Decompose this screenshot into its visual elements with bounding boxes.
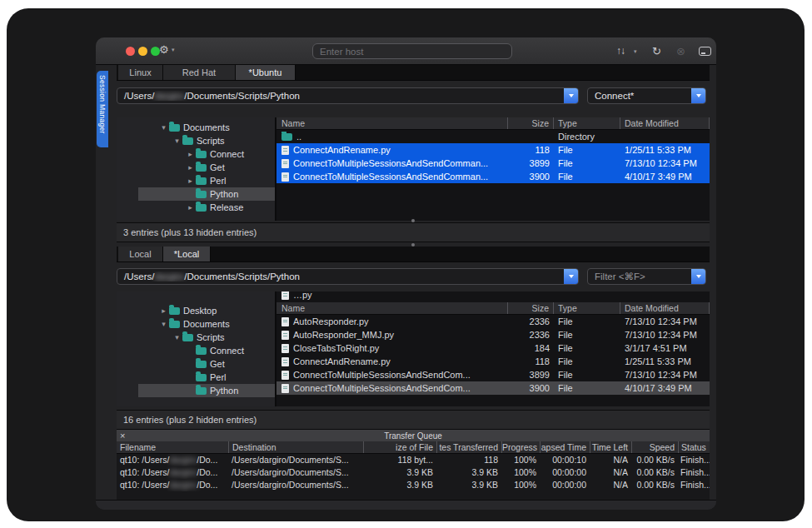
column-header-progress[interactable]: Progress [501, 441, 540, 453]
disclosure-open-icon[interactable] [172, 137, 182, 145]
dropdown-button[interactable] [564, 88, 578, 103]
queue-row[interactable]: qt10: /Users/dargiro/Do... /Users/dargir… [117, 454, 710, 466]
file-date-cell: 7/13/10 12:34 PM [620, 158, 710, 168]
column-header-name[interactable]: Name [276, 302, 508, 314]
file-row[interactable]: ConnectAndRename.py 118 File 1/25/11 5:3… [276, 355, 710, 368]
queue-row[interactable]: qt10: /Users/dargiro/Do... /Users/dargir… [117, 479, 710, 491]
tree-item-release[interactable]: Release [117, 201, 275, 214]
column-header-type[interactable]: Type [554, 117, 620, 129]
column-header-bytes-transferred[interactable]: tes Transferred [436, 441, 501, 453]
refresh-icon[interactable]: ↻ [652, 45, 661, 57]
disclosure-closed-icon[interactable] [158, 306, 169, 315]
disclosure-closed-icon[interactable] [185, 177, 196, 185]
file-size-cell: 3899 [508, 370, 554, 380]
file-row-selected[interactable]: ConnectToMultipleSessionsAndSendComman..… [276, 170, 710, 183]
remote-list-header[interactable]: Name Size Type Date Modified [276, 117, 710, 130]
file-row[interactable]: ConnectToMultipleSessionsAndSendCom... 3… [276, 368, 710, 381]
sort-icon[interactable]: ↑↓ [616, 45, 625, 57]
close-icon[interactable]: × [120, 430, 125, 441]
path-prefix: /Users/ [124, 271, 154, 281]
tree-item-documents[interactable]: Documents [117, 121, 275, 134]
tree-item-perl[interactable]: Perl [117, 174, 275, 187]
local-list-header[interactable]: Name Size Type Date Modified [276, 302, 710, 315]
tab-local-active[interactable]: *Local [163, 247, 211, 262]
tree-item-documents[interactable]: Documents [117, 317, 275, 331]
remote-path-combo[interactable]: /Users/dargiro/Documents/Scripts/Python [117, 87, 579, 104]
column-header-speed[interactable]: Speed [631, 441, 678, 453]
file-row[interactable]: AutoResponder_MMJ.py 2336 File 7/13/10 1… [276, 328, 710, 341]
local-path-combo[interactable]: /Users/dargiro/Documents/Scripts/Python [117, 268, 579, 285]
close-window-button[interactable] [126, 47, 135, 56]
tree-item-connect[interactable]: Connect [117, 147, 275, 161]
tree-item-scripts[interactable]: Scripts [117, 134, 275, 147]
file-type-cell: File [554, 383, 620, 393]
disclosure-closed-icon[interactable] [185, 203, 196, 212]
dropdown-button[interactable] [564, 269, 578, 284]
disclosure-open-icon[interactable] [158, 123, 169, 132]
dropdown-button[interactable] [691, 269, 705, 284]
tab-local[interactable]: Local [118, 247, 163, 262]
column-header-time-left[interactable]: Time Left [590, 441, 631, 453]
file-row[interactable]: CloseTabsToRight.py 184 File 3/1/17 4:51… [276, 341, 710, 355]
clipped-file-row[interactable]: …py [276, 291, 710, 302]
disclosure-closed-icon[interactable] [185, 150, 196, 158]
host-input[interactable] [312, 43, 512, 59]
filter-combo[interactable]: Filter <⌘F> [587, 268, 706, 285]
folder-icon [182, 334, 193, 341]
tree-item-get[interactable]: Get [117, 161, 275, 174]
queue-row[interactable]: qt10: /Users/dargiro/Do... /Users/dargir… [117, 466, 710, 479]
file-row[interactable]: AutoResponder.py 2336 File 7/13/10 12:34… [276, 315, 710, 328]
column-header-name[interactable]: Name [276, 117, 508, 129]
column-header-date-modified[interactable]: Date Modified [620, 117, 710, 129]
folder-icon [169, 307, 180, 315]
transfer-queue-header[interactable]: × Transfer Queue [117, 430, 710, 441]
connect-combo[interactable]: Connect* [587, 87, 706, 104]
queue-time-left-cell: N/A [590, 466, 631, 479]
file-size-cell: 118 [508, 356, 554, 366]
tree-item-desktop[interactable]: Desktop [117, 304, 275, 317]
terminal-icon[interactable] [699, 47, 711, 56]
disclosure-open-icon[interactable] [158, 320, 169, 328]
folder-icon [281, 133, 292, 141]
minimize-window-button[interactable] [138, 47, 147, 56]
tab-red-hat[interactable]: Red Hat [163, 65, 236, 80]
tree-item-python[interactable]: Python [117, 384, 275, 397]
tab-ubuntu[interactable]: *Ubuntu [236, 65, 296, 80]
column-header-type[interactable]: Type [554, 302, 620, 314]
queue-status-cell: Finish... [678, 454, 710, 466]
file-row[interactable]: .. Directory [276, 130, 710, 143]
dropdown-button[interactable] [691, 88, 705, 103]
folder-icon [196, 387, 207, 395]
column-header-size[interactable]: Size [508, 117, 554, 129]
session-manager-tab[interactable]: Session Manager [97, 71, 108, 147]
column-header-destination[interactable]: Destination [228, 441, 363, 453]
tab-linux[interactable]: Linux [118, 65, 163, 80]
tree-item-connect[interactable]: Connect [117, 344, 275, 357]
tree-item-label: Get [210, 359, 225, 369]
tree-item-get[interactable]: Get [117, 357, 275, 371]
local-tab-bar: Local *Local [117, 247, 710, 262]
column-header-size[interactable]: Size [508, 302, 554, 314]
column-header-filename[interactable]: Filename [117, 441, 228, 453]
disclosure-open-icon[interactable] [172, 333, 182, 341]
transfer-queue-columns[interactable]: Filename Destination ize of File tes Tra… [117, 441, 710, 454]
disclosure-closed-icon[interactable] [185, 163, 196, 172]
title-bar[interactable]: ⚙ ▾ ↑↓ ▾ ↻ ⊗ [96, 37, 716, 65]
path-suffix: /Documents/Scripts/Python [184, 271, 300, 281]
tree-item-python[interactable]: Python [117, 187, 275, 201]
file-row-selected[interactable]: ConnectToMultipleSessionsAndSendCom... 3… [276, 381, 710, 395]
column-header-status[interactable]: Status [678, 441, 710, 453]
tree-item-perl[interactable]: Perl [117, 371, 275, 384]
column-header-size-of-file[interactable]: ize of File [363, 441, 436, 453]
queue-transferred-cell: 3.9 KB [436, 479, 501, 491]
remote-pane: Documents Scripts Connect Get Perl Pytho… [117, 117, 710, 221]
folder-icon [196, 177, 207, 185]
file-name-cell: ConnectAndRename.py [276, 145, 508, 155]
file-row-selected[interactable]: ConnectToMultipleSessionsAndSendComman..… [276, 157, 710, 170]
gear-icon[interactable]: ⚙ [159, 43, 169, 56]
column-header-date-modified[interactable]: Date Modified [620, 302, 710, 314]
tree-item-scripts[interactable]: Scripts [117, 331, 275, 344]
column-header-elapsed-time[interactable]: apsed Time [540, 441, 590, 453]
file-row-selected[interactable]: ConnectAndRename.py 118 File 1/25/11 5:3… [276, 143, 710, 157]
filter-combo-text: Filter <⌘F> [588, 271, 691, 282]
